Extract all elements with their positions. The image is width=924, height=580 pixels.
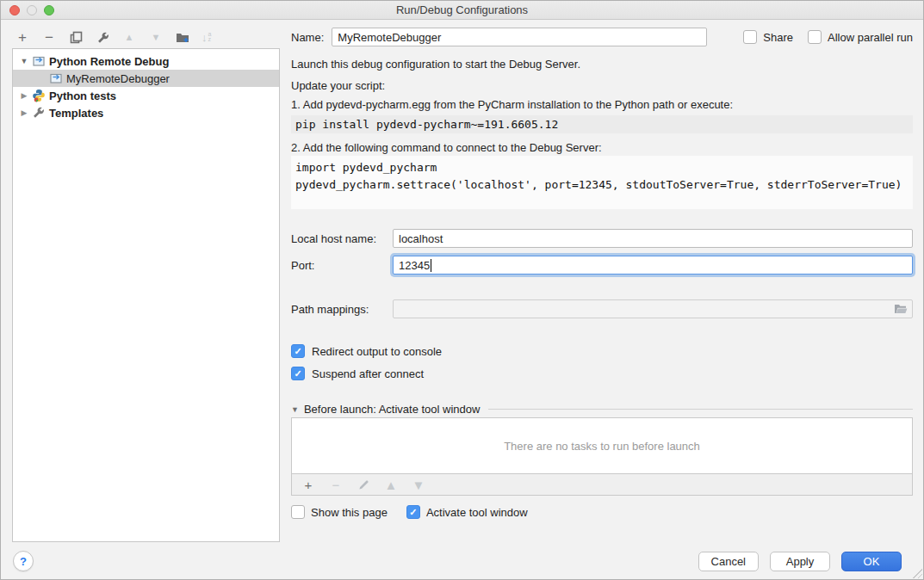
share-label: Share bbox=[763, 31, 793, 44]
pip-install-command: pip install pydevd-pycharm~=191.6605.12 bbox=[291, 115, 913, 133]
settrace-code-block: import pydevd_pycharm pydevd_pycharm.set… bbox=[291, 156, 913, 209]
help-icon: ? bbox=[20, 555, 27, 568]
suspend-after-connect-checkbox[interactable] bbox=[291, 367, 305, 380]
sort-az-icon: az bbox=[208, 32, 212, 42]
help-button[interactable]: ? bbox=[13, 551, 34, 571]
local-host-input[interactable] bbox=[393, 229, 913, 248]
before-launch-label: Before launch: Activate tool window bbox=[304, 403, 481, 416]
configurations-toolbar: + − ▲ ▼ ↓ az bbox=[15, 28, 211, 46]
tree-item-label: Python Remote Debug bbox=[49, 55, 169, 68]
section-divider bbox=[488, 409, 913, 410]
copy-configuration-button[interactable] bbox=[68, 29, 84, 45]
path-mappings-label: Path mappings: bbox=[291, 303, 393, 316]
wrench-icon bbox=[96, 31, 109, 44]
move-task-down-button[interactable]: ▼ bbox=[411, 477, 426, 492]
tasks-toolbar: + − ▲ ▼ bbox=[291, 473, 913, 496]
close-window-button[interactable] bbox=[9, 5, 20, 15]
port-label: Port: bbox=[291, 259, 393, 272]
tree-item-python-remote-debug[interactable]: ▼ Python Remote Debug bbox=[13, 52, 279, 70]
port-value: 12345 bbox=[399, 259, 430, 272]
cancel-button[interactable]: Cancel bbox=[698, 552, 759, 571]
name-label: Name: bbox=[291, 31, 324, 44]
edit-defaults-button[interactable] bbox=[95, 29, 110, 45]
step1-text: 1. Add pydevd-pycharm.egg from the PyCha… bbox=[291, 98, 913, 112]
tree-item-templates[interactable]: ▶ Templates bbox=[13, 104, 279, 121]
chevron-right-icon[interactable]: ▶ bbox=[18, 108, 30, 117]
remote-debug-config-icon bbox=[32, 54, 46, 68]
run-debug-configurations-dialog: { "window": { "title": "Run/Debug Config… bbox=[0, 0, 924, 580]
text-caret bbox=[431, 259, 431, 272]
remote-debug-config-icon bbox=[49, 71, 63, 85]
step2-text: 2. Add the following command to connect … bbox=[291, 141, 913, 155]
move-down-button[interactable]: ▼ bbox=[148, 29, 164, 45]
browse-folder-icon[interactable] bbox=[894, 304, 908, 315]
chevron-down-icon[interactable]: ▼ bbox=[18, 57, 30, 65]
path-mappings-row: Path mappings: bbox=[291, 299, 913, 318]
move-up-button[interactable]: ▲ bbox=[121, 29, 137, 45]
sort-arrow-icon: ↓ bbox=[202, 31, 208, 44]
suspend-after-connect-row: Suspend after connect bbox=[291, 367, 913, 380]
window-titlebar: Run/Debug Configurations bbox=[1, 1, 923, 20]
chevron-right-icon[interactable]: ▶ bbox=[18, 91, 30, 100]
local-host-row: Local host name: bbox=[291, 229, 913, 248]
activate-tool-window-label: Activate tool window bbox=[426, 506, 528, 519]
redirect-output-row: Redirect output to console bbox=[291, 344, 913, 358]
share-checkbox-item: Share bbox=[743, 30, 793, 44]
add-configuration-button[interactable]: + bbox=[15, 29, 30, 45]
suspend-after-connect-label: Suspend after connect bbox=[312, 367, 424, 380]
show-page-row: Show this page Activate tool window bbox=[291, 505, 913, 519]
code-line-1: import pydevd_pycharm bbox=[295, 161, 437, 174]
intro-text: Launch this debug configuration to start… bbox=[291, 58, 913, 71]
add-task-button[interactable]: + bbox=[301, 477, 316, 492]
activate-tool-window-checkbox[interactable] bbox=[406, 505, 420, 519]
new-folder-icon bbox=[176, 31, 190, 44]
pencil-icon bbox=[358, 479, 369, 491]
local-host-label: Local host name: bbox=[291, 232, 393, 245]
port-row: Port: 12345 bbox=[291, 256, 913, 275]
tree-item-myremotedebugger[interactable]: MyRemoteDebugger bbox=[13, 70, 279, 87]
sort-configurations-button[interactable]: ↓ az bbox=[202, 31, 211, 44]
ok-button[interactable]: OK bbox=[841, 552, 902, 571]
window-title: Run/Debug Configurations bbox=[396, 3, 528, 16]
tree-item-label: Templates bbox=[49, 107, 103, 120]
chevron-down-icon[interactable]: ▼ bbox=[291, 405, 299, 414]
tree-item-python-tests[interactable]: ▶ Python tests bbox=[13, 87, 279, 104]
traffic-lights bbox=[9, 5, 54, 15]
dialog-buttons: Cancel Apply OK bbox=[698, 552, 902, 571]
show-this-page-item: Show this page bbox=[291, 505, 388, 519]
apply-button[interactable]: Apply bbox=[770, 552, 830, 571]
activate-tool-window-item: Activate tool window bbox=[406, 505, 528, 519]
tree-item-label: Python tests bbox=[49, 89, 116, 102]
path-mappings-input[interactable] bbox=[393, 299, 913, 318]
before-launch-section-header[interactable]: ▼ Before launch: Activate tool window bbox=[291, 403, 913, 416]
allow-parallel-run-checkbox[interactable] bbox=[808, 30, 822, 44]
port-input[interactable]: 12345 bbox=[393, 256, 913, 275]
python-tests-icon bbox=[32, 89, 46, 102]
name-input[interactable] bbox=[332, 28, 707, 46]
redirect-output-label: Redirect output to console bbox=[312, 345, 442, 358]
create-folder-button[interactable] bbox=[175, 29, 190, 45]
before-launch-tasks-list: There are no tasks to run before launch bbox=[291, 417, 913, 474]
remove-configuration-button[interactable]: − bbox=[41, 29, 57, 45]
allow-parallel-run-label: Allow parallel run bbox=[828, 31, 913, 44]
redirect-output-checkbox[interactable] bbox=[291, 344, 305, 358]
minimize-window-button[interactable] bbox=[27, 5, 37, 15]
code-line-2: pydevd_pycharm.settrace('localhost', por… bbox=[295, 178, 902, 191]
allow-parallel-run-checkbox-item: Allow parallel run bbox=[808, 30, 913, 44]
copy-icon bbox=[70, 31, 83, 44]
edit-task-button[interactable] bbox=[356, 477, 371, 492]
share-checkbox[interactable] bbox=[743, 30, 757, 44]
configurations-tree: ▼ Python Remote Debug MyRemoteDebugger ▶ bbox=[12, 48, 280, 542]
resize-grip[interactable] bbox=[912, 568, 922, 578]
update-script-text: Update your script: bbox=[291, 79, 913, 93]
no-tasks-text: There are no tasks to run before launch bbox=[504, 440, 700, 453]
zoom-window-button[interactable] bbox=[44, 5, 54, 15]
tree-item-label: MyRemoteDebugger bbox=[66, 72, 170, 85]
show-this-page-checkbox[interactable] bbox=[291, 505, 305, 519]
show-this-page-label: Show this page bbox=[311, 506, 388, 519]
move-task-up-button[interactable]: ▲ bbox=[383, 477, 399, 492]
configuration-editor: Name: Share Allow parallel run Launch th… bbox=[291, 27, 913, 519]
remove-task-button[interactable]: − bbox=[328, 477, 344, 492]
name-row: Name: Share Allow parallel run bbox=[291, 27, 913, 47]
templates-wrench-icon bbox=[32, 106, 46, 120]
